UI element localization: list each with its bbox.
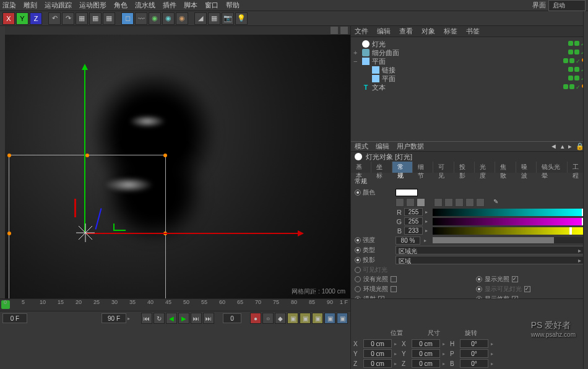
tree-item[interactable]: 链接✓ — [353, 66, 586, 74]
spinner-icon[interactable]: ▸ — [424, 238, 429, 243]
frame-end-input[interactable] — [102, 313, 126, 323]
axis-y-arrow[interactable] — [84, 66, 85, 233]
axis-x-button[interactable]: X — [2, 12, 15, 25]
menu-item[interactable]: 帮助 — [226, 1, 240, 10]
tree-item[interactable]: T文本✓ — [353, 83, 586, 92]
color-list-icon[interactable] — [465, 198, 474, 207]
attr-mode[interactable]: 模式 — [355, 142, 368, 151]
keyframe-icon[interactable]: ◆ — [275, 313, 286, 324]
goto-start-icon[interactable]: ⏮ — [141, 313, 152, 324]
attr-tab[interactable]: 常规 — [392, 162, 413, 173]
attr-edit[interactable]: 编辑 — [376, 142, 389, 151]
obj-tab[interactable]: 文件 — [355, 27, 368, 36]
key-param-icon[interactable]: ▣ — [324, 313, 335, 324]
color-history-icon[interactable] — [476, 198, 485, 207]
tool-redo-icon[interactable]: ↷ — [62, 12, 74, 25]
color-square-icon[interactable] — [417, 198, 425, 207]
opt-radio[interactable] — [355, 286, 361, 292]
light-icon[interactable]: 💡 — [235, 12, 248, 25]
channel-b-slider[interactable] — [433, 227, 584, 235]
color-swatch[interactable] — [396, 189, 418, 196]
play-icon[interactable]: ▶ — [178, 313, 189, 324]
opt-radio[interactable] — [355, 276, 361, 282]
nav-back-icon[interactable]: ◄ — [550, 142, 557, 150]
key-rot-icon[interactable]: ▣ — [312, 313, 323, 324]
vislight-radio[interactable] — [355, 267, 361, 273]
intensity-slider[interactable] — [433, 237, 584, 243]
color-radio[interactable] — [355, 189, 361, 196]
frame-start-input[interactable] — [2, 313, 27, 323]
attr-tab[interactable]: 可见 — [433, 162, 454, 173]
opt-checkbox[interactable] — [391, 276, 397, 282]
primitive-spline-icon[interactable]: 〰 — [135, 12, 147, 25]
nav-fwd-icon[interactable]: ▸ — [568, 142, 572, 150]
menu-item[interactable]: 窗口 — [205, 1, 218, 10]
menu-item[interactable]: 渲染 — [2, 1, 16, 10]
channel-r-input[interactable] — [404, 208, 423, 216]
opt-checkbox[interactable] — [378, 296, 384, 298]
viewport-config-icon[interactable] — [331, 27, 338, 34]
camera-icon[interactable]: 📷 — [222, 12, 234, 25]
gizmo-plane[interactable] — [113, 224, 126, 231]
axis-z-button[interactable]: Z — [30, 12, 42, 25]
key-pos-icon[interactable]: ▣ — [287, 313, 298, 324]
obj-tab[interactable]: 查看 — [399, 27, 413, 36]
tree-item[interactable]: −平面✓ — [353, 57, 586, 66]
opt-checkbox[interactable] — [512, 276, 518, 282]
rot-H-input[interactable] — [460, 339, 488, 348]
eyedropper-icon[interactable]: ✎ — [493, 198, 502, 207]
spinner-icon[interactable]: ▸ — [425, 219, 430, 224]
key-pla-icon[interactable]: ▣ — [337, 313, 348, 324]
menu-item[interactable]: 运动图形 — [79, 1, 106, 10]
color-mixer-icon[interactable] — [455, 198, 464, 207]
tool-render-icon[interactable]: ▦ — [76, 12, 88, 25]
channel-g-slider[interactable] — [433, 218, 584, 225]
channel-g-input[interactable] — [404, 217, 423, 225]
loop-icon[interactable]: ↻ — [153, 313, 165, 324]
type-dropdown[interactable]: 区域光 — [396, 246, 584, 254]
attr-tab[interactable]: 细节 — [413, 162, 433, 173]
type-radio[interactable] — [355, 247, 361, 253]
spinner-icon[interactable]: ▸ — [425, 209, 430, 215]
pos-Z-input[interactable] — [363, 359, 392, 368]
rot-B-input[interactable] — [460, 359, 488, 368]
attr-tab[interactable]: 焦散 — [495, 162, 516, 173]
attr-userdata[interactable]: 用户数据 — [397, 142, 424, 151]
generator-icon[interactable]: ◉ — [149, 12, 161, 25]
opt-checkbox[interactable] — [391, 286, 397, 292]
object-tree[interactable]: 灯光✓+细分曲面✓−平面✓链接✓平面✓T文本✓ — [351, 37, 588, 141]
menu-item[interactable]: 插件 — [163, 1, 176, 10]
play-back-icon[interactable]: ◀ — [166, 313, 177, 324]
size-Y-input[interactable] — [412, 349, 440, 358]
tree-item[interactable]: 灯光✓ — [353, 40, 586, 48]
pos-X-input[interactable] — [363, 339, 392, 348]
obj-tab[interactable]: 标签 — [444, 27, 457, 36]
viewport[interactable]: 网格间距 : 1000 cm — [5, 35, 350, 298]
tool-grid-icon[interactable]: ▦ — [208, 12, 220, 25]
shadow-dropdown[interactable]: 区域 — [396, 256, 584, 264]
tree-toggle-icon[interactable]: + — [353, 49, 360, 56]
pos-Y-input[interactable] — [363, 349, 392, 358]
menu-item[interactable]: 运动跟踪 — [45, 1, 72, 10]
shadow-radio[interactable] — [355, 257, 361, 263]
tool-render-settings-icon[interactable]: ▦ — [103, 12, 115, 25]
menu-item[interactable]: 角色 — [114, 1, 128, 10]
obj-tab[interactable]: 对象 — [422, 27, 435, 36]
step-fwd-icon[interactable]: ⏭ — [191, 313, 202, 324]
attr-tab[interactable]: 镜头光晕 — [537, 162, 568, 173]
timeline-ruler[interactable]: 0510152025303540455055606570758085901 F — [0, 299, 350, 311]
key-scale-icon[interactable]: ▣ — [300, 313, 311, 324]
opt-radio[interactable] — [476, 296, 482, 298]
size-Z-input[interactable] — [412, 359, 440, 368]
axis-y-button[interactable]: Y — [16, 12, 28, 25]
size-X-input[interactable] — [412, 339, 440, 348]
intensity-input[interactable] — [396, 237, 420, 245]
rot-P-input[interactable] — [460, 349, 488, 358]
tool-render-region-icon[interactable]: ▦ — [89, 12, 102, 25]
right-dock[interactable] — [583, 11, 588, 369]
spinner-icon[interactable]: ▸ — [425, 228, 430, 233]
axis-x-arrow[interactable] — [85, 233, 302, 234]
opt-checkbox[interactable] — [512, 296, 518, 298]
tool-undo-icon[interactable]: ↶ — [48, 12, 61, 25]
obj-tab[interactable]: 编辑 — [377, 27, 391, 36]
